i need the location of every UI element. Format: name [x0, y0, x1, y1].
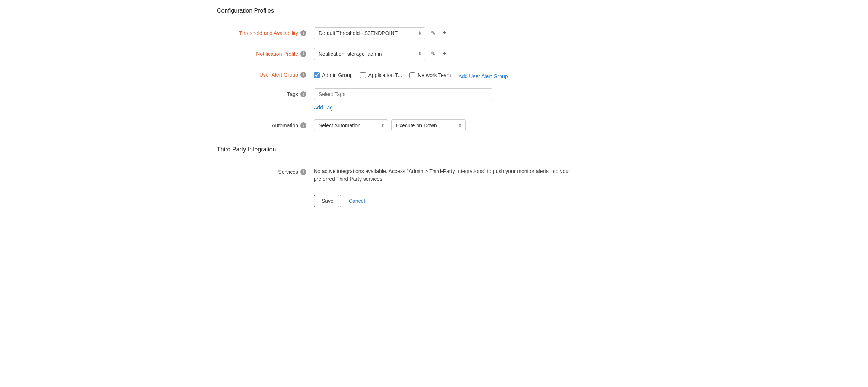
- services-info-icon: i: [300, 169, 306, 175]
- checkbox-admin-group[interactable]: Admin Group: [314, 72, 352, 78]
- add-user-alert-group-link[interactable]: Add User Alert Group: [459, 71, 508, 79]
- checkbox-network-team[interactable]: Network Team: [409, 72, 451, 78]
- threshold-control: Default Threshold - S3ENDPOINT ⬍ ✎ +: [314, 27, 651, 39]
- notification-control: Notification_storage_admin ⬍ ✎ +: [314, 48, 651, 60]
- it-automation-label: IT Automation i: [217, 119, 314, 128]
- threshold-select[interactable]: Default Threshold - S3ENDPOINT: [314, 27, 425, 39]
- threshold-info-icon: i: [300, 30, 306, 36]
- notification-row: Notification Profile i Notification_stor…: [217, 48, 651, 60]
- checkbox-network-team-input[interactable]: [409, 72, 415, 78]
- automation-row: Select Automation ⬍ Execute on Down ⬍: [314, 119, 466, 131]
- section-title-config: Configuration Profiles: [217, 7, 651, 18]
- it-automation-info-icon: i: [300, 122, 306, 128]
- checkbox-admin-group-label: Admin Group: [322, 72, 352, 78]
- select-automation-wrapper: Select Automation ⬍: [314, 119, 388, 131]
- checkbox-application-t-label: Application T...: [368, 72, 402, 78]
- notification-label: Notification Profile i: [217, 48, 314, 57]
- threshold-select-wrapper: Default Threshold - S3ENDPOINT ⬍: [314, 27, 425, 39]
- services-row: Services i No active integrations availa…: [217, 166, 651, 183]
- user-alert-group-control: Admin Group Application T... Network Tea…: [314, 69, 651, 79]
- tags-row: Tags i Add Tag: [217, 88, 651, 111]
- threshold-edit-button[interactable]: ✎: [428, 27, 438, 39]
- section-title-third-party: Third Party Integration: [217, 146, 651, 157]
- add-tag-link[interactable]: Add Tag: [314, 102, 492, 111]
- user-alert-group-label: User Alert Group i: [217, 69, 314, 78]
- user-alert-group-row: User Alert Group i Admin Group Applicati…: [217, 69, 651, 79]
- it-automation-control: Select Automation ⬍ Execute on Down ⬍: [314, 119, 651, 131]
- checkbox-admin-group-input[interactable]: [314, 72, 320, 78]
- notification-select-wrapper: Notification_storage_admin ⬍: [314, 48, 425, 60]
- action-buttons-row: Save Cancel: [217, 192, 651, 207]
- section-third-party: Third Party Integration Services i No ac…: [217, 146, 651, 207]
- checkbox-network-team-label: Network Team: [418, 72, 451, 78]
- it-automation-row: IT Automation i Select Automation ⬍ Exec…: [217, 119, 651, 131]
- notification-edit-button[interactable]: ✎: [428, 48, 438, 60]
- user-alert-group-info-icon: i: [300, 72, 306, 78]
- checkbox-group: Admin Group Application T... Network Tea…: [314, 69, 508, 79]
- tags-info-icon: i: [300, 91, 306, 97]
- button-row: Save Cancel: [314, 192, 367, 207]
- save-button[interactable]: Save: [314, 195, 341, 207]
- select-execute[interactable]: Execute on Down: [391, 119, 466, 131]
- services-label: Services i: [217, 166, 314, 175]
- section-configuration-profiles: Configuration Profiles Threshold and Ava…: [217, 7, 651, 131]
- select-automation[interactable]: Select Automation: [314, 119, 388, 131]
- tags-control: Add Tag: [314, 88, 651, 111]
- threshold-label: Threshold and Availability i: [217, 27, 314, 36]
- services-text: No active integrations available. Access…: [314, 166, 574, 183]
- tags-label: Tags i: [217, 88, 314, 97]
- notification-add-button[interactable]: +: [441, 48, 449, 59]
- cancel-button[interactable]: Cancel: [347, 195, 367, 207]
- notification-info-icon: i: [300, 51, 306, 57]
- threshold-add-button[interactable]: +: [441, 27, 449, 38]
- select-execute-wrapper: Execute on Down ⬍: [391, 119, 466, 131]
- notification-select[interactable]: Notification_storage_admin: [314, 48, 425, 60]
- services-control: No active integrations available. Access…: [314, 166, 651, 183]
- threshold-row: Threshold and Availability i Default Thr…: [217, 27, 651, 39]
- tags-column: Add Tag: [314, 88, 492, 111]
- checkbox-application-t[interactable]: Application T...: [360, 72, 402, 78]
- checkbox-application-t-input[interactable]: [360, 72, 366, 78]
- tags-input[interactable]: [314, 88, 492, 100]
